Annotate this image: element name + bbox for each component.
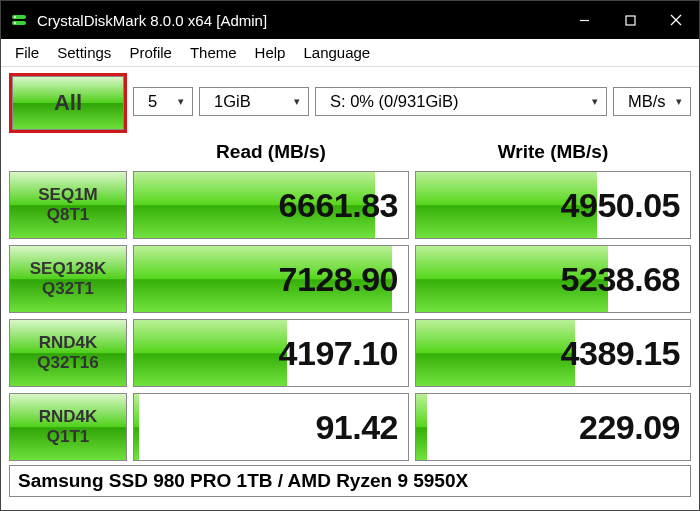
column-headers: Read (MB/s) Write (MB/s): [9, 137, 691, 167]
chevron-down-icon: ▾: [676, 95, 682, 108]
test-button-rnd4k-q32t16[interactable]: RND4KQ32T16: [9, 319, 127, 387]
drive-select[interactable]: S: 0% (0/931GiB) ▾: [315, 87, 607, 116]
chevron-down-icon: ▾: [178, 95, 184, 108]
maximize-button[interactable]: [607, 1, 653, 39]
size-value: 1GiB: [214, 92, 251, 111]
test-label-line1: SEQ128K: [30, 259, 107, 279]
write-value: 229.09: [579, 408, 680, 447]
menu-language[interactable]: Language: [295, 42, 378, 63]
test-label-line1: RND4K: [39, 333, 98, 353]
result-row: SEQ1MQ8T16661.834950.05: [9, 171, 691, 239]
result-row: RND4KQ1T191.42229.09: [9, 393, 691, 461]
test-label-line2: Q32T16: [37, 353, 98, 373]
system-info: Samsung SSD 980 PRO 1TB / AMD Ryzen 9 59…: [9, 465, 691, 497]
size-select[interactable]: 1GiB ▾: [199, 87, 309, 116]
test-label-line1: RND4K: [39, 407, 98, 427]
svg-point-3: [14, 22, 16, 24]
content-area: All 5 ▾ 1GiB ▾ S: 0% (0/931GiB) ▾ MB/s ▾…: [1, 67, 699, 510]
menubar: File Settings Profile Theme Help Languag…: [1, 39, 699, 67]
test-label-line2: Q1T1: [47, 427, 90, 447]
menu-file[interactable]: File: [7, 42, 47, 63]
test-button-rnd4k-q1t1[interactable]: RND4KQ1T1: [9, 393, 127, 461]
app-icon: [9, 10, 29, 30]
app-window: CrystalDiskMark 8.0.0 x64 [Admin] File S…: [0, 0, 700, 511]
write-value-cell: 4950.05: [415, 171, 691, 239]
drive-value: S: 0% (0/931GiB): [330, 92, 458, 111]
test-label-line2: Q8T1: [47, 205, 90, 225]
read-bar: [134, 320, 287, 386]
test-label-line1: SEQ1M: [38, 185, 98, 205]
menu-settings[interactable]: Settings: [49, 42, 119, 63]
chevron-down-icon: ▾: [592, 95, 598, 108]
test-button-seq1m-q8t1[interactable]: SEQ1MQ8T1: [9, 171, 127, 239]
write-value: 4950.05: [561, 186, 680, 225]
write-value-cell: 229.09: [415, 393, 691, 461]
titlebar[interactable]: CrystalDiskMark 8.0.0 x64 [Admin]: [1, 1, 699, 39]
write-value: 5238.68: [561, 260, 680, 299]
test-label-line2: Q32T1: [42, 279, 94, 299]
read-value-cell: 6661.83: [133, 171, 409, 239]
svg-rect-5: [626, 16, 635, 25]
all-button-highlight: All: [9, 73, 127, 133]
controls-row: All 5 ▾ 1GiB ▾ S: 0% (0/931GiB) ▾ MB/s ▾: [9, 73, 691, 133]
runs-select[interactable]: 5 ▾: [133, 87, 193, 116]
svg-point-2: [14, 16, 16, 18]
read-value-cell: 7128.90: [133, 245, 409, 313]
read-bar: [134, 394, 139, 460]
close-button[interactable]: [653, 1, 699, 39]
result-row: RND4KQ32T164197.104389.15: [9, 319, 691, 387]
window-title: CrystalDiskMark 8.0.0 x64 [Admin]: [37, 12, 267, 29]
read-value: 7128.90: [279, 260, 398, 299]
header-write: Write (MB/s): [415, 137, 691, 167]
write-value-cell: 5238.68: [415, 245, 691, 313]
test-button-seq128k-q32t1[interactable]: SEQ128KQ32T1: [9, 245, 127, 313]
run-all-button[interactable]: All: [12, 76, 124, 130]
menu-theme[interactable]: Theme: [182, 42, 245, 63]
read-value-cell: 91.42: [133, 393, 409, 461]
runs-value: 5: [148, 92, 157, 111]
write-bar: [416, 320, 575, 386]
write-value: 4389.15: [561, 334, 680, 373]
read-value-cell: 4197.10: [133, 319, 409, 387]
chevron-down-icon: ▾: [294, 95, 300, 108]
unit-select[interactable]: MB/s ▾: [613, 87, 691, 116]
menu-profile[interactable]: Profile: [121, 42, 180, 63]
results-grid: SEQ1MQ8T16661.834950.05SEQ128KQ32T17128.…: [9, 171, 691, 461]
header-read: Read (MB/s): [133, 137, 409, 167]
write-value-cell: 4389.15: [415, 319, 691, 387]
write-bar: [416, 394, 427, 460]
read-value: 4197.10: [279, 334, 398, 373]
read-value: 91.42: [315, 408, 398, 447]
unit-value: MB/s: [628, 92, 666, 111]
read-value: 6661.83: [279, 186, 398, 225]
minimize-button[interactable]: [561, 1, 607, 39]
menu-help[interactable]: Help: [247, 42, 294, 63]
result-row: SEQ128KQ32T17128.905238.68: [9, 245, 691, 313]
